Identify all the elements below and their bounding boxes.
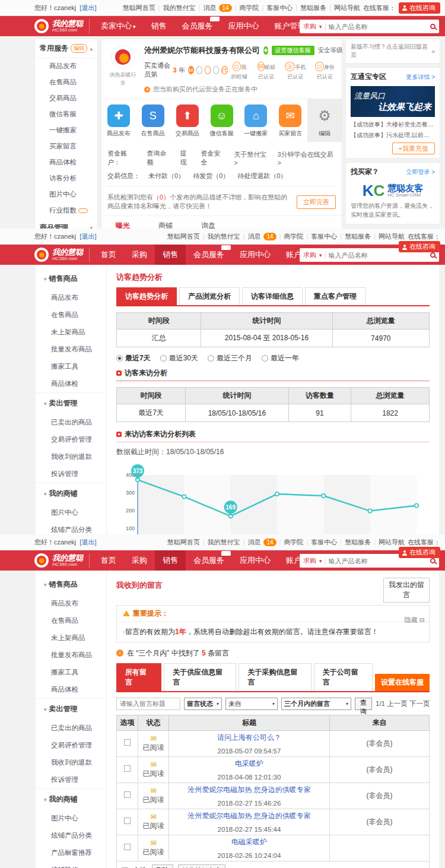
tab-supply-messages[interactable]: 关于供应信息留言	[164, 663, 236, 691]
message-count-badge[interactable]: 14	[263, 233, 276, 240]
sidebar-item[interactable]: 交易评价管理	[36, 737, 106, 754]
quick-publish[interactable]: ✚商品发布	[101, 99, 136, 142]
sidebar-item[interactable]: 搬家工具	[36, 358, 106, 375]
topbar-link-sitemap[interactable]: 网站导航	[379, 538, 405, 547]
unpaid-link[interactable]: 未付款（0）	[148, 172, 185, 180]
sidebar-group-sale-goods[interactable]: ▾销售商品	[36, 268, 106, 289]
topbar-link-service[interactable]: 客服中心	[311, 232, 337, 241]
sidebar-group-sale-goods[interactable]: ▾销售商品	[36, 574, 106, 595]
topbar-link-academy[interactable]: 商学院	[239, 4, 259, 12]
nav-membership[interactable]: 会员服务	[186, 550, 232, 571]
online-chat-button[interactable]: 在线咨询	[399, 547, 440, 558]
logout-link[interactable]: [退出]	[80, 233, 96, 240]
cert-identity[interactable]: ☺身份已认证	[314, 61, 336, 81]
topbar-link-pay[interactable]: 我的慧付宝	[208, 232, 240, 241]
sidebar-item[interactable]: 投诉管理	[36, 771, 106, 788]
hide-link[interactable]: 隐藏 ⊟	[405, 616, 425, 625]
status-select[interactable]: 留言状态▾	[184, 698, 222, 710]
sidebar-item-wechat-service[interactable]: 微信客服	[35, 106, 97, 122]
sidebar-group-my-shop[interactable]: ▾我的商铺	[36, 483, 106, 504]
tab-key-customers[interactable]: 重点客户管理	[305, 287, 365, 305]
nav-apps[interactable]: 应用中心	[221, 16, 267, 36]
logout-link[interactable]: [退出]	[80, 4, 96, 11]
sidebar-item-visitor-analysis[interactable]: 访客分析	[35, 170, 97, 186]
topbar-link-home[interactable]: 慧聪网首页	[167, 232, 200, 241]
topbar-link-hcservice[interactable]: 慧聪服务	[345, 538, 371, 547]
hutongbao-banner[interactable]: 流量风口 让效果飞起来	[351, 86, 435, 117]
nav-apps[interactable]: 应用中心	[232, 245, 278, 265]
topbar-link-messages[interactable]: 消息	[247, 538, 260, 547]
online-chat-button[interactable]: 在线咨询	[399, 2, 440, 14]
sidebar-item[interactable]: 炫铺产品分类	[36, 521, 106, 534]
message-count-badge[interactable]: 14	[219, 4, 231, 12]
topbar-link-sitemap[interactable]: 网站导航	[379, 232, 405, 241]
topbar-link-service[interactable]: 客服中心	[266, 4, 293, 12]
site-logo[interactable]: 我的慧聪HC360.com	[34, 553, 90, 568]
sidebar-item[interactable]: 我收到的退款	[36, 754, 106, 771]
row-checkbox[interactable]	[124, 739, 131, 746]
sidebar-item-publish[interactable]: 商品发布	[35, 58, 97, 74]
nav-membership[interactable]: 会员服务	[174, 16, 221, 36]
query-button[interactable]: 查询	[355, 698, 372, 710]
story-link-1[interactable]: 【成功故事】大楼衫变生态餐厅 互通宝带你…	[346, 118, 440, 129]
search-input[interactable]	[329, 557, 427, 565]
nav-home[interactable]: 首页	[93, 550, 124, 571]
search-category-select[interactable]: 求购 ▾	[303, 556, 322, 565]
radio-last-3-months[interactable]: 最近三个月	[208, 353, 252, 363]
tab-exposure[interactable]: 曝光	[101, 216, 144, 229]
recharge-button[interactable]: +我要充值	[392, 142, 435, 154]
sidebar-group-sold[interactable]: ▾卖出管理	[36, 698, 106, 720]
topbar-link-hcservice[interactable]: 慧聪服务	[345, 232, 371, 241]
setup-online-service-button[interactable]: 设置在线客服	[375, 674, 430, 691]
improve-now-button[interactable]: 立即完善	[297, 195, 336, 209]
from-select[interactable]: 来自▾	[225, 698, 278, 710]
prev-page-link[interactable]: 上一页	[387, 700, 408, 707]
tab-visitor-detail[interactable]: 访客详细信息	[242, 287, 303, 305]
online-chat-button[interactable]: 在线咨询	[399, 241, 440, 252]
topbar-link-messages[interactable]: 消息	[247, 232, 260, 241]
radio-last-7-days[interactable]: 最近7天	[116, 353, 151, 363]
tab-inquiry[interactable]: 询盘	[187, 216, 230, 229]
login-now-link[interactable]: 立即登录 >	[406, 168, 435, 176]
sidebar-item[interactable]: 商品发布	[36, 289, 106, 306]
sidebar-item-buyer-messages[interactable]: 买家留言	[35, 138, 97, 154]
back-to-old-version[interactable]: 新版不习惯？点击返回旧版首页»	[345, 39, 440, 64]
topbar-link-sitemap[interactable]: 网站导航	[334, 4, 360, 12]
tab-company-messages[interactable]: 关于公司留言	[314, 663, 373, 691]
sidebar-item[interactable]: 已卖出的商品	[36, 720, 106, 737]
sidebar-item[interactable]: 已卖出的商品	[36, 414, 106, 431]
fund-withdraw-link[interactable]: 提现	[180, 149, 192, 167]
message-title-input[interactable]	[116, 698, 180, 710]
sidebar-item-trade-goods[interactable]: 交易商品	[35, 90, 97, 106]
sidebar-item[interactable]: 在售商品	[36, 612, 106, 629]
quick-wechat[interactable]: ☺微信客服	[205, 99, 239, 142]
topbar-link-pay[interactable]: 我的慧付宝	[208, 538, 240, 547]
cert-email[interactable]: ✉邮箱已认证	[256, 61, 276, 81]
sidebar-item-mover[interactable]: 一键搬家	[35, 122, 97, 138]
message-title-link[interactable]: 沧州爱妮尔电磁加热 您身边的供暖专家	[171, 785, 328, 795]
sidebar-item[interactable]: 炫铺装修	[36, 861, 106, 868]
sidebar-group-goods[interactable]: 商品管理▾	[35, 218, 97, 229]
hutongbao-more-link[interactable]: 更多详情 >	[406, 73, 435, 81]
nav-purchase[interactable]: 采购	[124, 245, 155, 265]
nav-purchase[interactable]: 采购	[124, 550, 155, 571]
search-icon[interactable]	[430, 558, 436, 563]
nav-apps[interactable]: 应用中心	[232, 550, 278, 571]
mark-spam-button[interactable]: 转为垃圾留言	[178, 864, 225, 868]
refund-link[interactable]: 待处理退款（0）	[237, 172, 287, 180]
topbar-link-home[interactable]: 慧聪网首页	[123, 4, 155, 12]
sidebar-item[interactable]: 商品体检	[36, 681, 106, 698]
search-input[interactable]	[329, 252, 427, 259]
tab-product-views[interactable]: 产品浏览分析	[179, 287, 240, 305]
sidebar-item[interactable]: 商品体检	[36, 375, 106, 392]
sidebar-item[interactable]: 未上架商品	[36, 324, 106, 341]
sidebar-group-my-shop[interactable]: ▾我的商铺	[36, 788, 106, 810]
quick-messages[interactable]: ✉买家留言	[273, 99, 307, 142]
tab-visitor-trend[interactable]: 访客趋势分析	[116, 287, 177, 305]
setup-wechat-service-button[interactable]: 设置微信客服	[272, 46, 314, 55]
about-huifubao-link[interactable]: 关于慧付宝 >	[234, 150, 270, 166]
site-logo[interactable]: 我的慧聪HC360.com	[34, 248, 90, 262]
site-logo[interactable]: 我的慧聪HC360.com	[34, 19, 90, 33]
quick-mover[interactable]: ⌂一键搬家	[239, 99, 273, 142]
sidebar-item-checkup[interactable]: 商品体检	[35, 154, 97, 170]
